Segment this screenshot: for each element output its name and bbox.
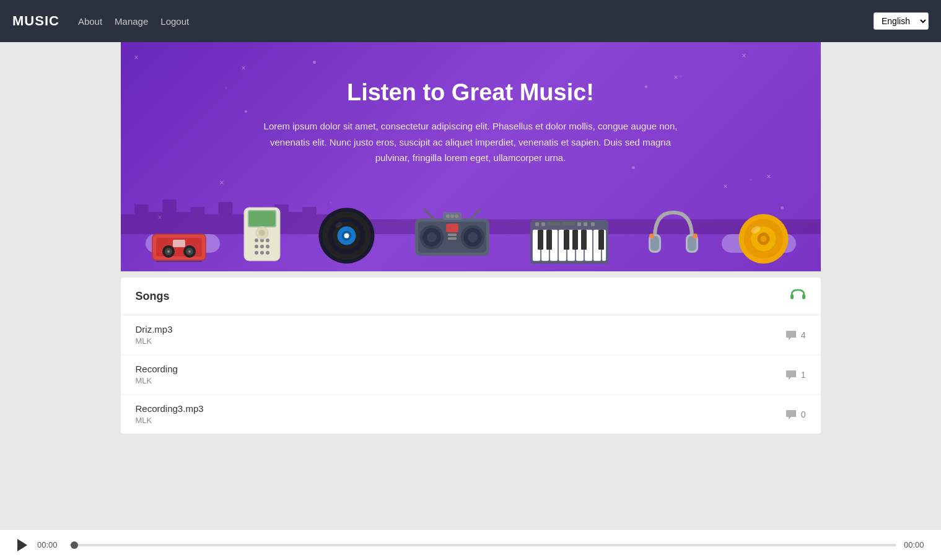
svg-point-46	[446, 214, 450, 218]
svg-point-47	[450, 214, 454, 218]
song-item-0[interactable]: Driz.mp3 MLK 4	[121, 315, 821, 355]
brand-logo[interactable]: MUSIC	[12, 13, 59, 29]
svg-line-43	[471, 209, 480, 219]
nav-links: About Manage Logout	[78, 13, 873, 30]
hero-banner: × × × × × × × × Listen to Great Music! L…	[121, 42, 821, 271]
svg-rect-53	[562, 222, 575, 225]
svg-rect-70	[581, 230, 587, 250]
vinyl-icon	[317, 206, 376, 271]
headphones-section-icon	[790, 287, 806, 305]
svg-rect-71	[598, 230, 604, 250]
gold-disc-icon	[737, 212, 790, 271]
navbar: MUSIC About Manage Logout English Spanis…	[0, 0, 941, 42]
song-info-1: Recording MLK	[136, 364, 178, 385]
play-button[interactable]	[12, 536, 30, 554]
svg-point-76	[649, 234, 654, 238]
cassette-icon	[151, 229, 207, 271]
song-item-1[interactable]: Recording MLK 1	[121, 355, 821, 395]
svg-rect-8	[173, 240, 185, 247]
svg-point-30	[344, 234, 349, 238]
deco-dot2	[245, 110, 247, 113]
svg-point-36	[427, 232, 437, 242]
song-artist-2: MLK	[136, 416, 204, 425]
comment-icon-2	[785, 409, 797, 420]
nav-manage[interactable]: Manage	[115, 13, 148, 30]
svg-point-19	[255, 251, 258, 255]
song-info-2: Recording3.mp3 MLK	[136, 403, 204, 425]
progress-thumb[interactable]	[71, 541, 78, 549]
svg-line-44	[424, 209, 434, 219]
svg-rect-84	[790, 294, 794, 299]
song-artist-1: MLK	[136, 376, 178, 385]
deco-x6: ×	[766, 172, 771, 181]
svg-point-39	[468, 232, 478, 242]
svg-rect-40	[446, 224, 458, 232]
svg-point-21	[266, 251, 269, 255]
comment-icon-1	[785, 369, 797, 380]
deco-x1: ×	[134, 53, 139, 62]
song-info-0: Driz.mp3 MLK	[136, 324, 173, 346]
svg-point-20	[260, 251, 264, 255]
deco-dot1	[313, 61, 316, 64]
time-total: 00:00	[904, 540, 929, 549]
music-icons-row	[121, 197, 821, 271]
song-name-2: Recording3.mp3	[136, 403, 204, 414]
svg-point-15	[266, 238, 269, 242]
progress-bar[interactable]	[69, 544, 896, 546]
svg-point-4	[167, 250, 170, 253]
svg-rect-54	[577, 222, 581, 226]
svg-rect-12	[249, 211, 275, 226]
svg-point-17	[260, 245, 264, 248]
deco-x2: ×	[242, 64, 246, 72]
song-comments-0: 4	[785, 330, 806, 341]
song-comments-1: 1	[785, 369, 806, 380]
svg-rect-66	[538, 230, 543, 250]
svg-rect-69	[572, 230, 578, 250]
comment-count-1: 1	[801, 370, 806, 380]
nav-about[interactable]: About	[78, 13, 102, 30]
song-name-0: Driz.mp3	[136, 324, 173, 335]
song-item-2[interactable]: Recording3.mp3 MLK 0	[121, 395, 821, 434]
svg-rect-42	[448, 237, 457, 240]
ipod-icon	[243, 206, 281, 268]
svg-point-48	[455, 214, 458, 218]
svg-rect-68	[564, 230, 569, 250]
svg-point-7	[188, 250, 191, 253]
deco-x8: ×	[723, 182, 727, 191]
songs-section: Songs Driz.mp3 MLK 4	[121, 278, 821, 434]
deco-x3: ×	[673, 73, 678, 82]
deco-x4: ×	[742, 51, 746, 60]
time-current: 00:00	[37, 540, 62, 549]
comment-count-0: 4	[801, 330, 806, 340]
svg-rect-55	[584, 222, 587, 226]
deco-dot4	[632, 166, 635, 169]
comment-count-2: 0	[801, 409, 806, 419]
svg-rect-51	[541, 222, 545, 226]
song-comments-2: 0	[785, 409, 806, 420]
language-select[interactable]: English Spanish French	[873, 12, 929, 30]
audio-player: 00:00 00:00	[0, 529, 941, 560]
song-artist-0: MLK	[136, 336, 173, 346]
svg-rect-41	[448, 234, 457, 236]
svg-point-16	[255, 245, 258, 248]
svg-point-82	[761, 236, 767, 242]
headphones-hero-icon	[646, 206, 701, 271]
deco-dot3	[645, 85, 647, 88]
piano-icon	[529, 219, 610, 271]
svg-rect-56	[591, 222, 595, 226]
nav-logout[interactable]: Logout	[160, 13, 189, 30]
svg-rect-85	[802, 294, 805, 299]
deco-x5: ×	[220, 178, 224, 187]
hero-title: Listen to Great Music!	[347, 79, 594, 106]
svg-point-13	[255, 238, 258, 242]
svg-rect-67	[546, 230, 552, 250]
svg-rect-50	[535, 222, 539, 226]
boombox-icon	[412, 206, 492, 271]
songs-title: Songs	[136, 290, 170, 303]
main-wrapper: × × × × × × × × Listen to Great Music! L…	[121, 42, 821, 434]
svg-point-18	[266, 245, 269, 248]
play-triangle-icon	[17, 539, 27, 551]
song-name-1: Recording	[136, 364, 178, 374]
svg-point-23	[259, 230, 265, 236]
songs-header: Songs	[121, 278, 821, 315]
